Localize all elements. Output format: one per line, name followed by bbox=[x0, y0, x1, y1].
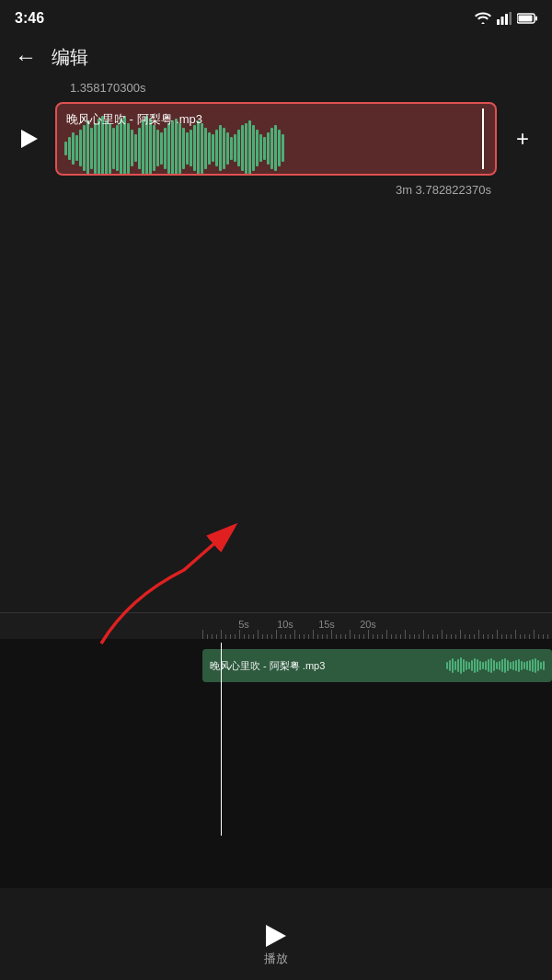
timeline-wave-bar bbox=[477, 659, 478, 672]
ruler-tick bbox=[446, 634, 447, 639]
timeline-wave-bar bbox=[499, 661, 500, 670]
waveform-bar bbox=[112, 128, 115, 169]
ruler-tick bbox=[405, 630, 406, 639]
ruler-tick bbox=[363, 634, 364, 639]
audio-clip-row: 晚风心里吹 - 阿梨粤 .mp3 + bbox=[15, 102, 537, 176]
ruler-tick bbox=[474, 634, 475, 639]
waveform-bar bbox=[226, 132, 229, 165]
timeline-wave-bar bbox=[457, 659, 459, 672]
ruler-tick bbox=[391, 634, 392, 639]
ruler-tick bbox=[230, 634, 231, 639]
waveform-bar bbox=[134, 134, 137, 162]
ruler-tick bbox=[543, 634, 544, 639]
waveform-bar bbox=[274, 125, 277, 171]
waveform-bar bbox=[171, 120, 174, 176]
preview-play-button[interactable] bbox=[15, 124, 44, 154]
play-bottom-button[interactable] bbox=[266, 925, 286, 947]
ruler-tick bbox=[497, 630, 498, 639]
audio-track[interactable]: 晚风心里吹 - 阿梨粤 .mp3 bbox=[55, 102, 497, 176]
svg-rect-0 bbox=[497, 19, 500, 25]
ruler-tick bbox=[327, 634, 328, 639]
signal-icon bbox=[497, 12, 512, 25]
ruler-tick bbox=[304, 634, 305, 639]
ruler-tick bbox=[340, 634, 341, 639]
ruler-label: 20s bbox=[360, 619, 376, 630]
waveform-bar bbox=[79, 130, 82, 166]
waveform-bar bbox=[212, 134, 214, 162]
ruler-tick bbox=[308, 634, 309, 639]
timeline-wave-bar bbox=[510, 662, 512, 669]
ruler-tick bbox=[331, 630, 332, 639]
waveform-bar bbox=[156, 130, 159, 166]
ruler-tick bbox=[506, 634, 507, 639]
ruler-tick bbox=[478, 630, 479, 639]
ruler-tick bbox=[285, 634, 286, 639]
ruler-tick bbox=[262, 634, 263, 639]
timeline-wave-bar bbox=[493, 660, 495, 671]
waveform-bar bbox=[190, 130, 192, 166]
ruler-tick bbox=[345, 634, 346, 639]
track-name-label: 晚风心里吹 - 阿梨粤 .mp3 bbox=[66, 111, 202, 128]
timeline-wave-bar bbox=[518, 659, 520, 672]
timeline-wave-bar bbox=[504, 658, 506, 673]
waveform-bar bbox=[219, 125, 222, 171]
ruler-tick bbox=[451, 634, 452, 639]
ruler-tick bbox=[414, 634, 415, 639]
ruler-tick bbox=[377, 634, 378, 639]
ruler-tick bbox=[299, 634, 300, 639]
timeline-wave-bar bbox=[512, 661, 514, 670]
ruler-tick bbox=[442, 630, 443, 639]
timeline-wave-bar bbox=[488, 659, 489, 672]
track-playhead bbox=[482, 108, 484, 169]
waveform-bar bbox=[201, 123, 203, 174]
waveform-bar bbox=[68, 137, 71, 160]
timeline-wave-bar bbox=[463, 659, 465, 672]
ruler-tick bbox=[294, 630, 295, 639]
waveform-bar bbox=[160, 132, 163, 165]
ruler-tick bbox=[547, 634, 548, 639]
ruler-tick bbox=[400, 634, 401, 639]
ruler-tick bbox=[212, 634, 213, 639]
timeline-wave-bar bbox=[446, 662, 448, 669]
ruler-tick bbox=[239, 630, 240, 639]
timeline-ruler: 5s10s15s20s bbox=[0, 613, 552, 639]
waveform-bar bbox=[72, 132, 75, 165]
ruler-tick bbox=[267, 634, 268, 639]
timeline-wave-bar bbox=[526, 661, 528, 670]
ruler-tick bbox=[515, 630, 516, 639]
ruler-tick bbox=[492, 634, 493, 639]
ruler-tick bbox=[465, 634, 466, 639]
waveform-bar bbox=[270, 128, 273, 169]
back-button[interactable]: ← bbox=[15, 44, 37, 70]
waveform-bar bbox=[178, 123, 181, 174]
status-time: 3:46 bbox=[15, 10, 44, 27]
add-track-button[interactable]: + bbox=[508, 124, 537, 154]
waveform-bar bbox=[223, 128, 225, 169]
waveform-bar bbox=[182, 128, 185, 169]
ruler-label: 15s bbox=[318, 619, 335, 630]
waveform-bar bbox=[164, 128, 167, 169]
ruler-tick bbox=[290, 634, 291, 639]
ruler-tick bbox=[423, 630, 424, 639]
ruler-tick bbox=[271, 634, 272, 639]
waveform-bar bbox=[263, 137, 266, 160]
ruler-tick bbox=[244, 634, 245, 639]
timeline-wave-bar bbox=[482, 662, 484, 669]
timeline-wave-bar bbox=[537, 660, 539, 671]
svg-rect-3 bbox=[510, 12, 512, 25]
ruler-tick bbox=[322, 634, 323, 639]
timeline-wave-bar bbox=[471, 660, 473, 671]
svg-rect-1 bbox=[501, 17, 504, 25]
ruler-tick bbox=[469, 634, 470, 639]
ruler-label: 5s bbox=[238, 619, 249, 630]
svg-rect-2 bbox=[505, 14, 508, 25]
ruler-tick bbox=[221, 630, 222, 639]
ruler-tick bbox=[202, 630, 203, 639]
ruler-tick bbox=[524, 634, 525, 639]
ruler-tick bbox=[276, 630, 277, 639]
waveform-bar bbox=[234, 134, 236, 162]
waveform-bar bbox=[230, 137, 233, 160]
waveform-bar bbox=[245, 123, 247, 174]
ruler-tick bbox=[488, 634, 489, 639]
timeline-audio-bar[interactable]: 晚风心里吹 - 阿梨粤 .mp3 bbox=[202, 649, 552, 682]
